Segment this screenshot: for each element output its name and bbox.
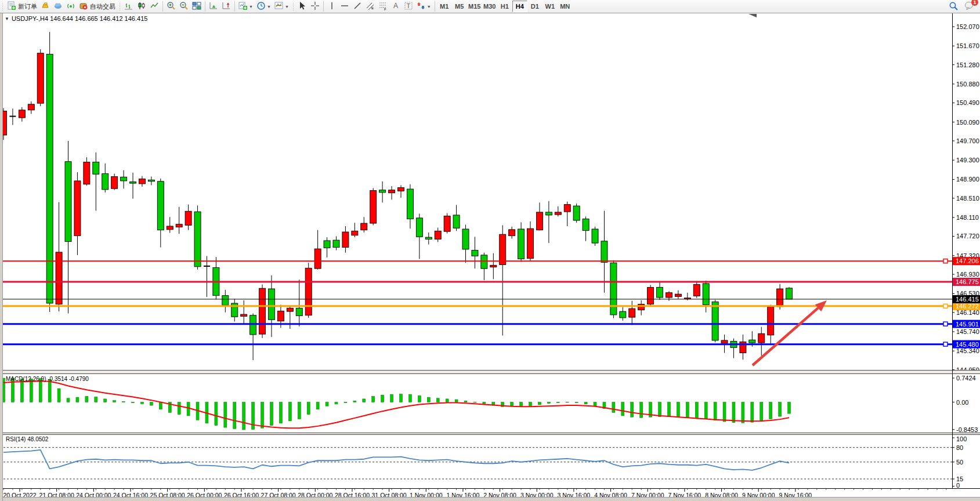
chevron-down-icon: ▼ <box>427 5 431 9</box>
line-chart-button[interactable] <box>148 1 161 12</box>
timeframe-button-MN[interactable]: MN <box>558 1 573 12</box>
signal-icon <box>66 1 75 12</box>
search-icon <box>949 1 959 12</box>
line-handle[interactable] <box>943 304 948 308</box>
timeframe-button-H1[interactable]: H1 <box>497 1 512 12</box>
symbol-ohlc-text: USDJPY-,H4 146.644 146.665 146.412 146.4… <box>12 15 147 22</box>
candle-bullish <box>305 268 312 315</box>
macd-histogram-bar <box>547 402 550 404</box>
crosshair-button[interactable] <box>309 1 321 12</box>
vertical-line-button[interactable] <box>326 1 338 12</box>
timeframe-button-M1[interactable]: M1 <box>437 1 452 12</box>
candle-bearish <box>333 240 339 247</box>
timeframe-button-H4[interactable]: H4 <box>512 1 527 12</box>
clock-icon <box>256 1 266 12</box>
signal-button[interactable] <box>64 1 77 12</box>
chart-window: ▼ USDJPY-,H4 146.644 146.665 146.412 146… <box>0 13 980 501</box>
auto-scroll-button[interactable] <box>207 1 220 12</box>
macd-histogram-bar <box>390 394 393 402</box>
bar-chart-button[interactable] <box>122 1 135 12</box>
macd-histogram-bar <box>742 402 744 423</box>
macd-histogram-bar <box>751 402 754 423</box>
shapes-dropdown[interactable]: ▼ <box>415 1 433 12</box>
timeframe-button-M5[interactable]: M5 <box>452 1 467 12</box>
auto-trading-button[interactable]: 自动交易 <box>77 1 117 12</box>
candle-bearish <box>583 219 589 231</box>
new-order-button[interactable]: 新订单 <box>5 1 39 12</box>
toolbar-separator <box>162 1 163 12</box>
text-label-button[interactable]: T <box>402 1 415 12</box>
zoom-in-button[interactable] <box>165 1 178 12</box>
macd-histogram-bar <box>427 397 430 402</box>
price-axis-label: 152.070 <box>956 23 979 30</box>
auto-scroll-icon <box>209 1 218 12</box>
new-order-icon <box>7 1 16 12</box>
chart-symbol-header[interactable]: ▼ USDJPY-,H4 146.644 146.665 146.412 146… <box>5 15 147 22</box>
line-handle[interactable] <box>943 259 948 263</box>
timeframe-button-M15[interactable]: M15 <box>467 1 482 12</box>
candle-bullish <box>666 293 672 297</box>
bar-chart-icon <box>124 1 133 12</box>
equidistant-channel-button[interactable]: E <box>364 1 377 12</box>
candle-bullish <box>370 191 377 224</box>
price-axis-label: 151.670 <box>956 42 979 49</box>
chart-templates-dropdown[interactable]: ▼ <box>273 1 291 12</box>
new-chart-dropdown[interactable]: ▼ <box>237 1 255 12</box>
macd-histogram-bar <box>122 401 125 402</box>
price-axis-label: 148.510 <box>956 195 979 202</box>
macd-histogram-bar <box>159 402 162 409</box>
timeframe-button-D1[interactable]: D1 <box>527 1 543 12</box>
alerts-clock-button[interactable]: ▼ <box>255 1 273 12</box>
candle-bullish <box>684 298 690 299</box>
rsi-indicator-label: RSI(14) 48.0502 <box>6 436 48 442</box>
macd-histogram-bar <box>243 402 245 430</box>
candle-bearish <box>157 181 164 230</box>
line-handle[interactable] <box>943 342 948 346</box>
zoom-out-button[interactable] <box>178 1 190 12</box>
timeframe-toolbar: M1M5M15M30H1H4D1W1MN <box>437 1 573 12</box>
notifications-button[interactable]: 1 <box>963 1 977 12</box>
candle-bullish <box>314 249 321 268</box>
candle-bearish <box>472 251 478 256</box>
text-icon: A <box>391 1 400 12</box>
text-button[interactable]: A <box>389 1 402 12</box>
current-price-value: 146.415 <box>956 296 979 303</box>
fibonacci-button[interactable]: F <box>377 1 389 12</box>
timeframe-button-W1[interactable]: W1 <box>543 1 558 12</box>
macd-histogram-bar <box>187 402 190 416</box>
candle-bullish <box>629 308 635 317</box>
channel-icon: E <box>366 1 375 12</box>
horizontal-line-button[interactable] <box>338 1 351 12</box>
macd-histogram-bar <box>677 402 679 418</box>
macd-histogram-bar <box>455 400 458 402</box>
horizontal-line-icon <box>340 1 349 12</box>
text-label-icon: T <box>404 1 413 12</box>
macd-histogram-bar <box>667 402 670 417</box>
cloud-button[interactable] <box>52 1 64 12</box>
macd-histogram-bar <box>57 389 60 402</box>
candle-bearish <box>786 288 793 299</box>
line-handle[interactable] <box>943 322 948 326</box>
macd-histogram-bar <box>659 402 661 417</box>
candle-bullish <box>648 288 654 304</box>
cursor-icon <box>298 1 307 12</box>
pane-separator[interactable] <box>0 370 980 374</box>
gold-ingot-icon <box>41 1 50 12</box>
gold-ingot-button[interactable] <box>39 1 52 12</box>
macd-histogram-bar <box>279 402 282 423</box>
tile-windows-button[interactable] <box>190 1 203 12</box>
macd-histogram-bar <box>76 397 79 402</box>
macd-histogram-bar <box>473 402 476 403</box>
chart-shift-button[interactable] <box>220 1 233 12</box>
candle-bullish <box>277 311 284 321</box>
macd-histogram-bar <box>215 402 218 426</box>
candle-bullish <box>397 188 404 191</box>
trendline-button[interactable] <box>351 1 364 12</box>
candle-bearish <box>102 173 109 189</box>
cursor-button[interactable] <box>296 1 309 12</box>
price-axis-label: 149.300 <box>956 157 979 164</box>
price-chart-canvas[interactable]: 152.070151.670151.280150.880150.490150.0… <box>0 13 980 501</box>
search-button[interactable] <box>947 1 960 12</box>
candlestick-chart-button[interactable] <box>135 1 148 12</box>
timeframe-button-M30[interactable]: M30 <box>482 1 497 12</box>
